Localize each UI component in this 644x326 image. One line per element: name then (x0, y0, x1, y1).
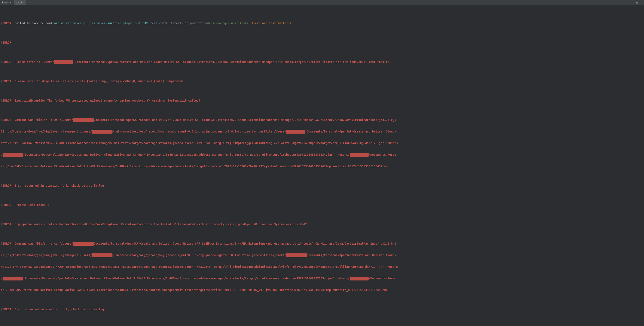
minimize-icon[interactable]: — (640, 1, 642, 4)
log-line: Native SAP S:4HANA Extensions/S:4HANA Ex… (1, 141, 643, 145)
log-line: [ERROR] Failed to execute goal org.apach… (1, 22, 643, 25)
redacted-text: xxxxxxxxxxx (350, 277, 368, 280)
redacted-text: xxxxxxxxxxxx (2, 153, 23, 157)
close-icon[interactable]: × (23, 1, 24, 4)
log-line: [ERROR] Command was /bin/sh -c cd "/User… (1, 242, 643, 246)
log-line: [ERROR] Process Exit Code: 1 (1, 203, 643, 207)
log-line: [ERROR] Error occurred in starting fork,… (1, 307, 643, 311)
log-line: [ERROR] Command was /bin/sh -c cd "/User… (1, 118, 643, 122)
redacted-text: xxxxxxxxxxxx (92, 253, 112, 257)
add-tab-button[interactable]: + (26, 1, 32, 4)
log-line: nal/OpenSAP/Create and Deliver Cloud-Nat… (1, 288, 643, 292)
redacted-text: xxxxxxxxxxxx (2, 277, 23, 280)
log-line: [ERROR] Please refer to dump files (if a… (1, 80, 643, 83)
log-line: /xxxxxxxxxxxx Documents/Personal/OpenSAP… (1, 277, 643, 280)
log-line: [ERROR] Please refer to /Users/xxxxxxxxx… (1, 60, 643, 64)
log-line: 72.jdk/Contents/Home/jre/bin/java '-java… (1, 253, 643, 257)
log-line: nal/OpenSAP/Create and Deliver Cloud-Nat… (1, 165, 643, 168)
terminal-tabbar: Terminal: Local × + ⚙ — (0, 0, 644, 5)
log-line: 72.jdk/Contents/Home/jre/bin/java '-java… (1, 130, 643, 134)
log-line: [ERROR] org.apache.maven.surefire.booter… (1, 222, 643, 226)
redacted-text: xxxxxxxxxxxx (286, 253, 307, 257)
log-line: Native SAP S:4HANA Extensions/S:4HANA Ex… (1, 265, 643, 269)
redacted-text: xxxxxxxxxxx (54, 60, 73, 64)
redacted-text: xxxxxxxxxxxx (73, 242, 94, 246)
log-line: [ERROR] Error occurred in starting fork,… (1, 184, 643, 188)
tab-local-label: Local (16, 1, 22, 4)
log-line: [ERROR] (1, 41, 643, 45)
redacted-text: xxxxxxxxxxx (286, 130, 305, 134)
log-line: [ERROR] ExecutionException The forked VM… (1, 99, 643, 103)
tabbar-right: ⚙ — (636, 1, 643, 4)
gear-icon[interactable]: ⚙ (636, 1, 638, 4)
terminal-title: Terminal: (1, 1, 14, 4)
tab-local[interactable]: Local × (14, 1, 26, 5)
redacted-text: xxxxxxxxxxx (350, 153, 368, 157)
terminal-output[interactable]: [ERROR] Failed to execute goal org.apach… (0, 5, 644, 326)
log-line: /xxxxxxxxxxxx/Documents/Personal/OpenSAP… (1, 153, 643, 157)
redacted-text: xxxxxxxxxxxx (92, 130, 112, 134)
redacted-text: xxxxxxxxxxxx (73, 118, 94, 122)
